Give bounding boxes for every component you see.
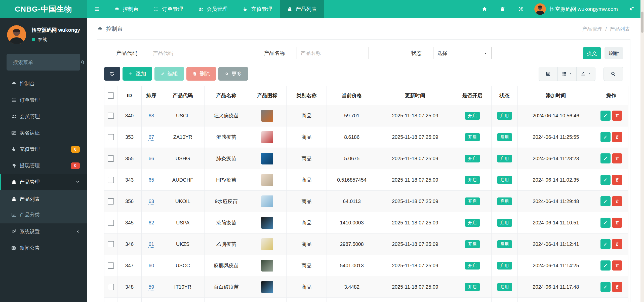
reload-table-button[interactable] [104,67,120,81]
row-edit-button[interactable] [600,196,611,206]
row-delete-button[interactable] [612,218,622,228]
cell-actions [594,169,628,191]
top-nav-item-产品列表[interactable]: 产品列表 [280,0,324,18]
sort-editable-link[interactable]: 66 [148,156,154,162]
product-name-input[interactable] [297,47,369,59]
breadcrumb-item-product-management[interactable]: 产品管理 [582,26,602,32]
brand-logo[interactable]: CNBG-中国生物 [0,0,87,18]
row-delete-button[interactable] [612,260,622,271]
status-badge[interactable]: 启用 [497,283,512,291]
row-edit-button[interactable] [600,218,611,228]
row-checkbox[interactable] [108,155,114,162]
open-badge[interactable]: 开启 [465,155,480,162]
open-badge[interactable]: 开启 [465,240,480,248]
sort-editable-link[interactable]: 65 [148,177,154,183]
row-delete-button[interactable] [612,153,622,163]
sort-editable-link[interactable]: 62 [148,220,154,226]
scrollbar-thumb[interactable] [641,12,643,33]
sort-editable-link[interactable]: 59 [148,284,154,290]
row-edit-button[interactable] [600,175,611,185]
open-badge[interactable]: 开启 [465,197,480,205]
status-label: 状态 [411,50,422,57]
top-nav-label: 充值管理 [251,6,272,13]
row-checkbox[interactable] [108,284,114,290]
home-button[interactable] [475,0,494,18]
row-delete-button[interactable] [612,175,622,185]
sidebar-item-产品分类[interactable]: 产品分类 [0,207,87,222]
row-edit-button[interactable] [600,239,611,249]
sort-editable-link[interactable]: 67 [148,134,154,141]
table-search-button[interactable] [603,67,623,81]
row-edit-button[interactable] [600,260,611,271]
trash-button[interactable] [494,0,512,18]
open-badge[interactable]: 开启 [465,219,480,227]
row-edit-button[interactable] [600,111,611,121]
settings-button[interactable] [622,0,640,18]
refresh-button[interactable]: 刷新 [605,47,623,59]
row-checkbox[interactable] [108,177,114,183]
sidebar-search-input[interactable] [13,59,80,65]
top-nav-item-会员管理[interactable]: 会员管理 [191,0,235,18]
sort-editable-link[interactable]: 68 [148,113,154,119]
search-icon[interactable] [80,60,85,65]
row-checkbox[interactable] [108,241,114,247]
sidebar-item-产品列表[interactable]: 产品列表 [0,191,87,207]
sidebar-item-订单管理[interactable]: 订单管理 [0,92,87,108]
status-badge[interactable]: 启用 [497,112,512,120]
open-badge[interactable]: 开启 [465,283,480,291]
row-delete-button[interactable] [612,282,622,292]
edit-button[interactable]: 编辑 [154,67,184,81]
fullscreen-button[interactable] [512,0,530,18]
sidebar-item-提现管理[interactable]: 提现管理0 [0,157,87,174]
open-badge[interactable]: 开启 [465,262,480,270]
sidebar-item-系统设置[interactable]: 系统设置 [0,223,87,240]
open-badge[interactable]: 开启 [465,176,480,184]
sort-editable-link[interactable]: 61 [148,241,154,248]
status-badge[interactable]: 启用 [497,219,512,227]
top-nav-item-充值管理[interactable]: 充值管理 [235,0,280,18]
submit-button[interactable]: 提交 [583,47,601,59]
row-checkbox[interactable] [108,134,114,140]
sidebar-item-产品管理[interactable]: 产品管理 [0,174,87,190]
status-badge[interactable]: 启用 [497,197,512,205]
open-badge[interactable]: 开启 [465,133,480,141]
status-badge[interactable]: 启用 [497,176,512,184]
select-all-checkbox[interactable] [108,92,114,99]
row-delete-button[interactable] [612,196,622,206]
top-nav-item-控制台[interactable]: 控制台 [107,0,146,18]
user-menu[interactable]: 悟空源码网 wukongymw.com [530,3,622,15]
row-delete-button[interactable] [612,111,622,121]
row-edit-button[interactable] [600,132,611,142]
status-select[interactable]: 选择 [433,47,492,59]
row-checkbox[interactable] [108,198,114,205]
sidebar-item-实名认证[interactable]: 实名认证 [0,125,87,141]
sidebar-item-会员管理[interactable]: 会员管理 [0,108,87,125]
columns-button[interactable] [557,67,576,81]
status-badge[interactable]: 启用 [497,155,512,162]
status-badge[interactable]: 启用 [497,262,512,270]
product-code-input[interactable] [149,47,221,59]
open-badge[interactable]: 开启 [465,112,480,120]
status-badge[interactable]: 启用 [497,240,512,248]
row-delete-button[interactable] [612,239,622,249]
sort-editable-link[interactable]: 60 [148,263,154,269]
sidebar-item-新闻公告[interactable]: 新闻公告 [0,240,87,256]
status-badge[interactable]: 启用 [497,133,512,141]
row-checkbox[interactable] [108,262,114,269]
window-scrollbar[interactable] [640,0,644,302]
add-button[interactable]: 添加 [123,67,152,81]
toggle-view-button[interactable] [539,67,557,81]
row-delete-button[interactable] [612,132,622,142]
export-button[interactable] [576,67,595,81]
row-edit-button[interactable] [600,282,611,292]
more-button[interactable]: 更多 [218,67,248,81]
row-edit-button[interactable] [600,153,611,163]
sort-editable-link[interactable]: 63 [148,198,154,205]
delete-button[interactable]: 删除 [186,67,216,81]
top-nav-item-订单管理[interactable]: 订单管理 [146,0,191,18]
row-checkbox[interactable] [108,113,114,119]
sidebar-item-控制台[interactable]: 控制台 [0,76,87,92]
sidebar-item-充值管理[interactable]: 充值管理0 [0,141,87,157]
row-checkbox[interactable] [108,220,114,226]
sidebar-toggle-button[interactable] [87,0,107,18]
